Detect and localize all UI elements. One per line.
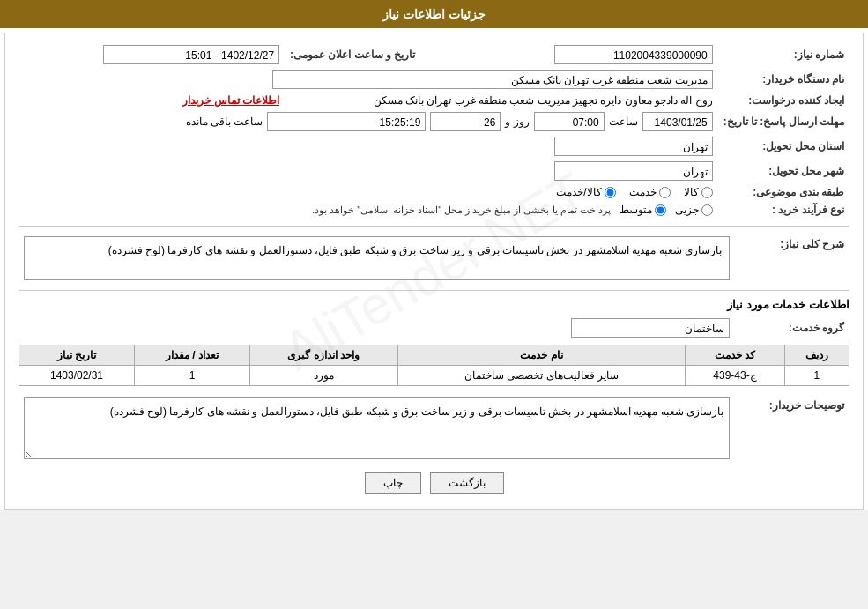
services-table-head: ردیف کد خدمت نام خدمت واحد اندازه گیری ت… xyxy=(19,345,849,366)
service-group-value-cell: ساختمان xyxy=(19,316,735,340)
page-container: جزئیات اطلاعات نیاز AliTender.NET شماره … xyxy=(0,0,868,510)
process-value-cell: جزیی متوسط پرداخت تمام یا بخشی از مبلغ خ… xyxy=(19,201,718,219)
announcement-input[interactable]: 1402/12/27 - 15:01 xyxy=(103,45,279,64)
process-radio-motavaset[interactable]: متوسط xyxy=(619,204,666,216)
buyer-desc-value-cell: بازسازی شعبه مهدیه اسلامشهر در بخش تاسیس… xyxy=(19,395,735,462)
cell-code: ج-43-439 xyxy=(686,366,785,386)
buyer-org-row: نام دستگاه خریدار: مدیریت شعب منطقه غرب … xyxy=(19,67,849,92)
col-header-name: نام خدمت xyxy=(397,345,685,366)
province-row: استان محل تحویل: تهران xyxy=(19,134,849,159)
services-table-header-row: ردیف کد خدمت نام خدمت واحد اندازه گیری ت… xyxy=(19,345,849,366)
province-label: استان محل تحویل: xyxy=(718,134,849,159)
category-kala-khedmat-label: کالا/خدمت xyxy=(556,186,601,198)
buyer-desc-table: توصیحات خریدار: بازسازی شعبه مهدیه اسلام… xyxy=(19,395,849,462)
deadline-row-inner: 1403/01/25 ساعت 07:00 روز و 26 15:25:19 … xyxy=(24,112,713,131)
city-row: شهر محل تحویل: تهران xyxy=(19,159,849,183)
service-group-label: گروه خدمت: xyxy=(735,316,849,340)
deadline-label: مهلت ارسال پاسخ: تا تاریخ: xyxy=(718,109,849,134)
divider-1 xyxy=(19,226,849,227)
services-section-header: اطلاعات خدمات مورد نیاز xyxy=(19,298,849,311)
contact-link-cell: اطلاعات تماس خریدار xyxy=(19,92,285,109)
description-value-cell: بازسازی شعبه مهدیه اسلامشهر در بخش تاسیس… xyxy=(19,234,735,283)
buyer-org-label: نام دستگاه خریدار: xyxy=(718,67,849,92)
response-date-input[interactable]: 1403/01/25 xyxy=(642,112,713,131)
category-value-cell: کالا خدمت کالا/خدمت xyxy=(19,183,718,201)
col-header-unit: واحد اندازه گیری xyxy=(249,345,397,366)
back-button[interactable]: بازگشت xyxy=(430,472,504,494)
process-motavaset-label: متوسط xyxy=(619,204,652,216)
city-label: شهر محل تحویل: xyxy=(718,159,849,183)
process-jozi-label: جزیی xyxy=(675,204,699,216)
service-group-table: گروه خدمت: ساختمان xyxy=(19,316,849,340)
order-number-label: شماره نیاز: xyxy=(718,42,849,67)
announcement-value: 1402/12/27 - 15:01 xyxy=(19,42,285,67)
process-note: پرداخت تمام یا بخشی از مبلغ خریداز محل "… xyxy=(312,204,611,216)
order-number-input[interactable]: 1102004339000090 xyxy=(554,45,713,64)
category-radio-kala-khedmat-input[interactable] xyxy=(605,187,616,198)
city-value-cell: تهران xyxy=(19,159,718,183)
process-radio-jozi[interactable]: جزیی xyxy=(675,204,713,216)
remaining-label: ساعت باقی مانده xyxy=(186,115,263,128)
button-bar: بازگشت چاپ xyxy=(19,472,849,494)
response-day-input[interactable]: 26 xyxy=(430,112,501,131)
cell-unit: مورد xyxy=(249,366,397,386)
process-radio-motavaset-input[interactable] xyxy=(655,204,666,216)
cell-rownum: 1 xyxy=(784,366,849,386)
process-radio-jozi-input[interactable] xyxy=(701,204,713,216)
process-label: نوع فرآیند خرید : xyxy=(718,201,849,219)
category-radio-khedmat-input[interactable] xyxy=(659,187,671,198)
deadline-row: مهلت ارسال پاسخ: تا تاریخ: 1403/01/25 سا… xyxy=(19,109,849,134)
cell-quantity: 1 xyxy=(135,366,250,386)
creator-value: روح اله دادجو معاون دایره تجهیز مدیریت ش… xyxy=(285,92,718,109)
process-row: نوع فرآیند خرید : جزیی متوسط پرداخت تمام… xyxy=(19,201,849,219)
province-input[interactable]: تهران xyxy=(554,137,713,156)
creator-text: روح اله دادجو معاون دایره تجهیز مدیریت ش… xyxy=(374,94,713,107)
description-box: بازسازی شعبه مهدیه اسلامشهر در بخش تاسیس… xyxy=(24,236,730,280)
province-value-cell: تهران xyxy=(19,134,718,159)
time-label: ساعت xyxy=(609,115,638,128)
buyer-desc-row: توصیحات خریدار: بازسازی شعبه مهدیه اسلام… xyxy=(19,395,849,462)
services-table-body: 1 ج-43-439 سایر فعالیت‌های تخصصی ساختمان… xyxy=(19,366,849,386)
page-header: جزئیات اطلاعات نیاز xyxy=(0,0,868,28)
city-input[interactable]: تهران xyxy=(554,161,713,181)
main-content: AliTender.NET شماره نیاز: 11020043390000… xyxy=(4,33,864,510)
col-header-rownum: ردیف xyxy=(784,345,849,366)
col-header-date: تاریخ نیاز xyxy=(19,345,135,366)
description-table: شرح کلی نیاز: بازسازی شعبه مهدیه اسلامشه… xyxy=(19,234,849,283)
category-kala-label: کالا xyxy=(684,186,699,198)
category-radio-khedmat[interactable]: خدمت xyxy=(629,186,671,198)
col-header-code: کد خدمت xyxy=(686,345,785,366)
day-label: روز و xyxy=(505,115,529,128)
print-button[interactable]: چاپ xyxy=(365,472,421,494)
buyer-desc-label: توصیحات خریدار: xyxy=(735,395,849,462)
category-label: طبقه بندی موضوعی: xyxy=(718,183,849,201)
contact-link[interactable]: اطلاعات تماس خریدار xyxy=(182,94,279,107)
buyer-desc-area[interactable]: بازسازی شعبه مهدیه اسلامشهر در بخش تاسیس… xyxy=(24,397,730,459)
services-section-title: اطلاعات خدمات مورد نیاز xyxy=(727,298,849,311)
category-khedmat-label: خدمت xyxy=(629,186,657,198)
response-time-input[interactable]: 07:00 xyxy=(534,112,605,131)
process-row-inner: جزیی متوسط پرداخت تمام یا بخشی از مبلغ خ… xyxy=(24,204,713,216)
page-title: جزئیات اطلاعات نیاز xyxy=(382,7,486,21)
category-radio-group: کالا خدمت کالا/خدمت xyxy=(24,186,713,198)
category-row: طبقه بندی موضوعی: کالا خدمت xyxy=(19,183,849,201)
creator-row: ایجاد کننده درخواست: روح اله دادجو معاون… xyxy=(19,92,849,109)
table-row: 1 ج-43-439 سایر فعالیت‌های تخصصی ساختمان… xyxy=(19,366,849,386)
cell-date: 1403/02/31 xyxy=(19,366,135,386)
services-table: ردیف کد خدمت نام خدمت واحد اندازه گیری ت… xyxy=(19,345,849,386)
category-radio-kala[interactable]: کالا xyxy=(684,186,713,198)
response-remaining-input[interactable]: 15:25:19 xyxy=(267,112,426,131)
announcement-label: تاریخ و ساعت اعلان عمومی: xyxy=(285,42,420,67)
service-group-row: گروه خدمت: ساختمان xyxy=(19,316,849,340)
description-label: شرح کلی نیاز: xyxy=(735,234,849,283)
description-row: شرح کلی نیاز: بازسازی شعبه مهدیه اسلامشه… xyxy=(19,234,849,283)
category-radio-kala-input[interactable] xyxy=(701,187,713,198)
info-table: شماره نیاز: 1102004339000090 تاریخ و ساع… xyxy=(19,42,849,219)
buyer-org-value: مدیریت شعب منطقه غرب تهران بانک مسکن xyxy=(19,67,718,92)
service-group-input[interactable]: ساختمان xyxy=(571,318,730,338)
buyer-org-input[interactable]: مدیریت شعب منطقه غرب تهران بانک مسکن xyxy=(272,70,713,89)
order-number-value: 1102004339000090 xyxy=(438,42,717,67)
deadline-value-cell: 1403/01/25 ساعت 07:00 روز و 26 15:25:19 … xyxy=(19,109,718,134)
col-header-quantity: تعداد / مقدار xyxy=(135,345,250,366)
category-radio-kala-khedmat[interactable]: کالا/خدمت xyxy=(556,186,615,198)
